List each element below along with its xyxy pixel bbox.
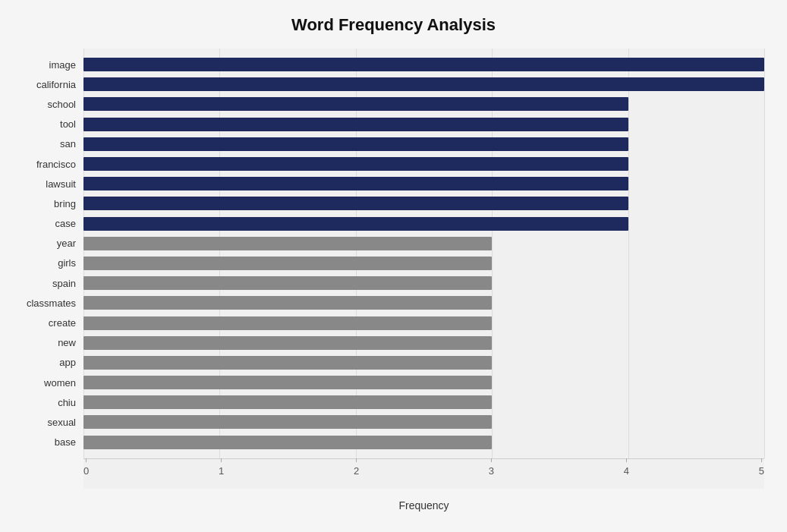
x-tick-label: 5: [759, 465, 764, 477]
x-tick-line: [626, 458, 627, 462]
x-tick-line: [491, 458, 492, 462]
bar-row: app: [83, 354, 764, 371]
bar-label: image: [15, 59, 83, 71]
x-tick: 1: [219, 458, 224, 477]
bar-label: app: [15, 357, 83, 368]
x-tick: 0: [83, 458, 89, 477]
bar-fill: [83, 177, 628, 190]
bar-row: classmates: [83, 294, 764, 311]
x-axis: 012345 Frequency: [83, 458, 764, 489]
bar-fill: [83, 376, 492, 389]
bar-row: girls: [83, 255, 764, 272]
bar-fill: [83, 316, 492, 330]
bar-label: case: [15, 218, 83, 229]
grid-line: [764, 49, 765, 458]
bar-fill: [83, 97, 628, 111]
x-tick: 3: [489, 458, 494, 477]
bar-fill: [83, 356, 492, 370]
bar-row: san: [83, 136, 764, 153]
bar-label: new: [15, 337, 83, 348]
bar-row: school: [83, 96, 764, 112]
x-tick-line: [761, 458, 762, 462]
bar-label: year: [15, 238, 83, 249]
x-axis-title: Frequency: [83, 499, 764, 512]
bar-row: bring: [83, 195, 764, 212]
bar-label: california: [15, 79, 83, 90]
bar-fill: [83, 296, 492, 310]
x-tick: 4: [624, 458, 629, 477]
bar-fill: [83, 257, 492, 270]
bar-row: new: [83, 335, 764, 351]
x-tick-line: [356, 458, 357, 462]
x-tick-line: [221, 458, 222, 462]
bar-label: women: [15, 377, 83, 389]
bar-label: girls: [15, 257, 83, 269]
bar-row: base: [83, 434, 764, 451]
bar-fill: [83, 77, 764, 91]
x-tick-label: 1: [219, 465, 224, 477]
bar-row: lawsuit: [83, 175, 764, 192]
bar-row: chiu: [83, 394, 764, 411]
bar-row: year: [83, 235, 764, 252]
bar-label: tool: [15, 118, 83, 130]
bar-row: create: [83, 315, 764, 332]
bar-label: francisco: [15, 159, 83, 170]
bar-fill: [83, 336, 492, 350]
bar-fill: [83, 197, 628, 210]
x-ticks: 012345: [83, 458, 764, 477]
bar-fill: [83, 276, 492, 290]
bar-fill: [83, 237, 492, 250]
bar-label: san: [15, 138, 83, 150]
x-tick-label: 0: [83, 465, 89, 477]
bar-label: chiu: [15, 397, 83, 408]
bar-fill: [83, 157, 628, 171]
chart-area: imagecaliforniaschooltoolsanfranciscolaw…: [83, 49, 764, 489]
bar-label: create: [15, 317, 83, 329]
bar-label: base: [15, 436, 83, 448]
chart-container: Word Frequency Analysis imagecalifornias…: [0, 0, 787, 532]
bar-row: francisco: [83, 156, 764, 172]
bar-row: california: [83, 76, 764, 93]
bar-fill: [83, 395, 492, 409]
x-tick-label: 4: [624, 465, 629, 477]
bar-fill: [83, 118, 628, 131]
bar-row: spain: [83, 275, 764, 291]
bar-fill: [83, 137, 628, 151]
bar-label: sexual: [15, 417, 83, 428]
bar-fill: [83, 436, 492, 449]
bar-fill: [83, 58, 764, 71]
bar-fill: [83, 217, 628, 231]
bar-label: lawsuit: [15, 178, 83, 190]
x-tick: 2: [354, 458, 359, 477]
bar-row: case: [83, 216, 764, 232]
bar-label: spain: [15, 278, 83, 289]
x-tick: 5: [759, 458, 764, 477]
bar-row: sexual: [83, 414, 764, 430]
chart-title: Word Frequency Analysis: [23, 15, 764, 35]
bar-label: classmates: [15, 297, 83, 309]
bar-row: tool: [83, 116, 764, 133]
bar-label: bring: [15, 198, 83, 209]
bar-label: school: [15, 99, 83, 110]
bar-row: image: [83, 56, 764, 73]
x-tick-label: 3: [489, 465, 494, 477]
bar-row: women: [83, 374, 764, 391]
bars-wrapper: imagecaliforniaschooltoolsanfranciscolaw…: [83, 49, 764, 458]
bar-fill: [83, 415, 492, 429]
x-tick-label: 2: [354, 465, 359, 477]
x-tick-line: [86, 458, 87, 462]
